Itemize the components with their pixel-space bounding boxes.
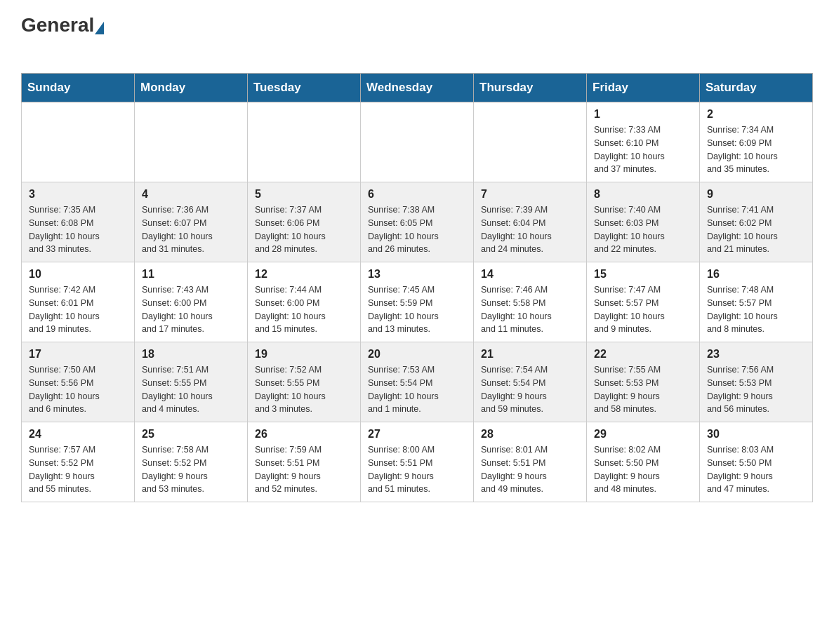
calendar-cell bbox=[248, 102, 361, 182]
day-info: Sunrise: 7:43 AM Sunset: 6:00 PM Dayligh… bbox=[142, 283, 240, 336]
calendar-cell: 15Sunrise: 7:47 AM Sunset: 5:57 PM Dayli… bbox=[587, 262, 700, 342]
day-info: Sunrise: 7:39 AM Sunset: 6:04 PM Dayligh… bbox=[481, 203, 579, 256]
day-number: 10 bbox=[29, 268, 127, 281]
calendar-cell: 8Sunrise: 7:40 AM Sunset: 6:03 PM Daylig… bbox=[587, 182, 700, 262]
day-info: Sunrise: 7:36 AM Sunset: 6:07 PM Dayligh… bbox=[142, 203, 240, 256]
logo-triangle-icon bbox=[95, 22, 104, 34]
day-info: Sunrise: 7:47 AM Sunset: 5:57 PM Dayligh… bbox=[594, 283, 692, 336]
calendar-header-row: SundayMondayTuesdayWednesdayThursdayFrid… bbox=[22, 74, 813, 102]
calendar-cell: 13Sunrise: 7:45 AM Sunset: 5:59 PM Dayli… bbox=[361, 262, 474, 342]
day-number: 27 bbox=[368, 428, 466, 441]
day-info: Sunrise: 7:33 AM Sunset: 6:10 PM Dayligh… bbox=[594, 123, 692, 176]
calendar-cell: 21Sunrise: 7:54 AM Sunset: 5:54 PM Dayli… bbox=[474, 342, 587, 422]
calendar-cell: 12Sunrise: 7:44 AM Sunset: 6:00 PM Dayli… bbox=[248, 262, 361, 342]
calendar-cell: 18Sunrise: 7:51 AM Sunset: 5:55 PM Dayli… bbox=[135, 342, 248, 422]
day-number: 29 bbox=[594, 428, 692, 441]
calendar-cell: 5Sunrise: 7:37 AM Sunset: 6:06 PM Daylig… bbox=[248, 182, 361, 262]
calendar-cell: 2Sunrise: 7:34 AM Sunset: 6:09 PM Daylig… bbox=[700, 102, 813, 182]
calendar-cell: 14Sunrise: 7:46 AM Sunset: 5:58 PM Dayli… bbox=[474, 262, 587, 342]
col-header-saturday: Saturday bbox=[700, 74, 813, 102]
day-info: Sunrise: 7:59 AM Sunset: 5:51 PM Dayligh… bbox=[255, 443, 353, 496]
day-number: 7 bbox=[481, 188, 579, 201]
calendar-cell: 7Sunrise: 7:39 AM Sunset: 6:04 PM Daylig… bbox=[474, 182, 587, 262]
calendar-week-row: 1Sunrise: 7:33 AM Sunset: 6:10 PM Daylig… bbox=[22, 102, 813, 182]
day-info: Sunrise: 7:52 AM Sunset: 5:55 PM Dayligh… bbox=[255, 363, 353, 416]
day-number: 2 bbox=[707, 108, 805, 121]
day-number: 11 bbox=[142, 268, 240, 281]
calendar-week-row: 3Sunrise: 7:35 AM Sunset: 6:08 PM Daylig… bbox=[22, 182, 813, 262]
day-info: Sunrise: 7:54 AM Sunset: 5:54 PM Dayligh… bbox=[481, 363, 579, 416]
day-number: 20 bbox=[368, 348, 466, 361]
day-number: 16 bbox=[707, 268, 805, 281]
day-info: Sunrise: 8:01 AM Sunset: 5:51 PM Dayligh… bbox=[481, 443, 579, 496]
calendar-cell bbox=[474, 102, 587, 182]
page-header: General bbox=[21, 14, 813, 59]
calendar-cell: 1Sunrise: 7:33 AM Sunset: 6:10 PM Daylig… bbox=[587, 102, 700, 182]
calendar-cell: 19Sunrise: 7:52 AM Sunset: 5:55 PM Dayli… bbox=[248, 342, 361, 422]
calendar-cell: 23Sunrise: 7:56 AM Sunset: 5:53 PM Dayli… bbox=[700, 342, 813, 422]
day-info: Sunrise: 7:56 AM Sunset: 5:53 PM Dayligh… bbox=[707, 363, 805, 416]
day-info: Sunrise: 7:45 AM Sunset: 5:59 PM Dayligh… bbox=[368, 283, 466, 336]
day-number: 4 bbox=[142, 188, 240, 201]
col-header-monday: Monday bbox=[135, 74, 248, 102]
day-info: Sunrise: 7:34 AM Sunset: 6:09 PM Dayligh… bbox=[707, 123, 805, 176]
logo-general-text: General bbox=[21, 14, 94, 36]
day-number: 14 bbox=[481, 268, 579, 281]
day-number: 19 bbox=[255, 348, 353, 361]
calendar-cell: 29Sunrise: 8:02 AM Sunset: 5:50 PM Dayli… bbox=[587, 422, 700, 502]
col-header-friday: Friday bbox=[587, 74, 700, 102]
day-number: 21 bbox=[481, 348, 579, 361]
day-number: 3 bbox=[29, 188, 127, 201]
day-info: Sunrise: 7:58 AM Sunset: 5:52 PM Dayligh… bbox=[142, 443, 240, 496]
calendar-cell: 10Sunrise: 7:42 AM Sunset: 6:01 PM Dayli… bbox=[22, 262, 135, 342]
calendar-cell: 17Sunrise: 7:50 AM Sunset: 5:56 PM Dayli… bbox=[22, 342, 135, 422]
calendar-cell: 25Sunrise: 7:58 AM Sunset: 5:52 PM Dayli… bbox=[135, 422, 248, 502]
day-info: Sunrise: 7:44 AM Sunset: 6:00 PM Dayligh… bbox=[255, 283, 353, 336]
day-info: Sunrise: 7:37 AM Sunset: 6:06 PM Dayligh… bbox=[255, 203, 353, 256]
calendar-week-row: 10Sunrise: 7:42 AM Sunset: 6:01 PM Dayli… bbox=[22, 262, 813, 342]
calendar-cell: 26Sunrise: 7:59 AM Sunset: 5:51 PM Dayli… bbox=[248, 422, 361, 502]
calendar-cell: 11Sunrise: 7:43 AM Sunset: 6:00 PM Dayli… bbox=[135, 262, 248, 342]
day-info: Sunrise: 7:35 AM Sunset: 6:08 PM Dayligh… bbox=[29, 203, 127, 256]
day-info: Sunrise: 8:03 AM Sunset: 5:50 PM Dayligh… bbox=[707, 443, 805, 496]
day-info: Sunrise: 8:00 AM Sunset: 5:51 PM Dayligh… bbox=[368, 443, 466, 496]
day-number: 25 bbox=[142, 428, 240, 441]
day-number: 28 bbox=[481, 428, 579, 441]
day-info: Sunrise: 7:53 AM Sunset: 5:54 PM Dayligh… bbox=[368, 363, 466, 416]
day-number: 22 bbox=[594, 348, 692, 361]
day-info: Sunrise: 7:38 AM Sunset: 6:05 PM Dayligh… bbox=[368, 203, 466, 256]
calendar-cell bbox=[22, 102, 135, 182]
calendar-cell bbox=[361, 102, 474, 182]
day-number: 9 bbox=[707, 188, 805, 201]
day-number: 8 bbox=[594, 188, 692, 201]
day-number: 6 bbox=[368, 188, 466, 201]
day-number: 18 bbox=[142, 348, 240, 361]
day-info: Sunrise: 7:48 AM Sunset: 5:57 PM Dayligh… bbox=[707, 283, 805, 336]
col-header-wednesday: Wednesday bbox=[361, 74, 474, 102]
day-number: 17 bbox=[29, 348, 127, 361]
calendar-table: SundayMondayTuesdayWednesdayThursdayFrid… bbox=[21, 73, 813, 502]
day-info: Sunrise: 7:40 AM Sunset: 6:03 PM Dayligh… bbox=[594, 203, 692, 256]
day-number: 26 bbox=[255, 428, 353, 441]
day-number: 23 bbox=[707, 348, 805, 361]
calendar-cell: 16Sunrise: 7:48 AM Sunset: 5:57 PM Dayli… bbox=[700, 262, 813, 342]
col-header-sunday: Sunday bbox=[22, 74, 135, 102]
day-number: 1 bbox=[594, 108, 692, 121]
calendar-cell bbox=[135, 102, 248, 182]
day-number: 13 bbox=[368, 268, 466, 281]
col-header-thursday: Thursday bbox=[474, 74, 587, 102]
day-number: 12 bbox=[255, 268, 353, 281]
day-info: Sunrise: 7:51 AM Sunset: 5:55 PM Dayligh… bbox=[142, 363, 240, 416]
day-info: Sunrise: 7:57 AM Sunset: 5:52 PM Dayligh… bbox=[29, 443, 127, 496]
calendar-cell: 9Sunrise: 7:41 AM Sunset: 6:02 PM Daylig… bbox=[700, 182, 813, 262]
day-info: Sunrise: 7:55 AM Sunset: 5:53 PM Dayligh… bbox=[594, 363, 692, 416]
day-info: Sunrise: 7:46 AM Sunset: 5:58 PM Dayligh… bbox=[481, 283, 579, 336]
calendar-cell: 24Sunrise: 7:57 AM Sunset: 5:52 PM Dayli… bbox=[22, 422, 135, 502]
calendar-cell: 20Sunrise: 7:53 AM Sunset: 5:54 PM Dayli… bbox=[361, 342, 474, 422]
calendar-cell: 3Sunrise: 7:35 AM Sunset: 6:08 PM Daylig… bbox=[22, 182, 135, 262]
calendar-cell: 30Sunrise: 8:03 AM Sunset: 5:50 PM Dayli… bbox=[700, 422, 813, 502]
calendar-week-row: 24Sunrise: 7:57 AM Sunset: 5:52 PM Dayli… bbox=[22, 422, 813, 502]
day-number: 5 bbox=[255, 188, 353, 201]
day-info: Sunrise: 8:02 AM Sunset: 5:50 PM Dayligh… bbox=[594, 443, 692, 496]
day-number: 15 bbox=[594, 268, 692, 281]
